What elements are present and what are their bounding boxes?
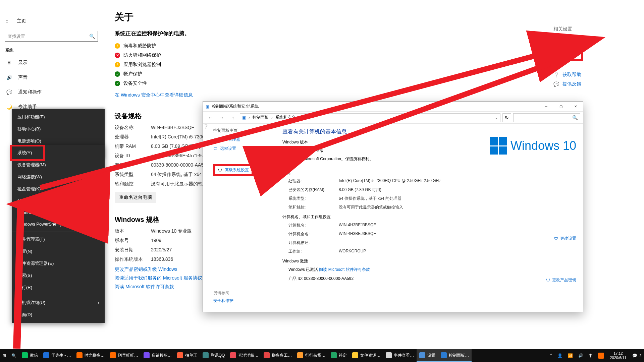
svg-line-2 <box>17 204 21 349</box>
start-button[interactable]: ⊞ <box>0 349 9 362</box>
app-label: 喜洋洋极… <box>238 353 258 358</box>
app-icon <box>419 352 425 358</box>
app-label: 于先生 - … <box>51 353 71 358</box>
app-label: 阿里旺旺… <box>118 353 138 358</box>
taskbar-app[interactable]: 文件资源… <box>350 349 383 362</box>
taskbar-app[interactable]: 喜洋洋极… <box>227 349 261 362</box>
page-title: 关于 <box>115 11 631 23</box>
taskbar-app[interactable]: 店铺授权… <box>141 349 174 362</box>
app-icon <box>386 352 392 358</box>
app-icon <box>230 352 236 358</box>
app-icon <box>331 352 337 358</box>
notify-icon: 💬 <box>6 89 12 95</box>
security-maintenance-link[interactable]: 安全和维护 <box>213 298 274 304</box>
app-icon <box>264 352 270 358</box>
chevron-right-icon: › <box>98 300 99 305</box>
spec-key: 版本号 <box>115 238 148 244</box>
notification-icon: 💬 <box>632 353 637 358</box>
bitlocker-link[interactable]: BitLocker 设置 <box>553 36 631 42</box>
tray-ime-icon[interactable]: 中 <box>586 349 595 362</box>
app-icon <box>110 352 116 358</box>
app-icon <box>352 352 358 358</box>
spec-value: WIN-4H3BEJ3BSQF <box>339 231 576 237</box>
taskbar-clock[interactable]: 17:12 2020/6/11 <box>607 351 630 360</box>
app-label: 时光拼多… <box>85 353 105 358</box>
taskbar-app[interactable]: 设置 <box>417 349 438 362</box>
app-icon <box>177 352 183 358</box>
system-tray: ˄ 👤 📶 🔊 中 17:12 2020/6/11 💬 2 <box>547 349 644 362</box>
tray-volume-icon[interactable]: 🔊 <box>576 349 586 362</box>
home-button[interactable]: ⌂ 主页 <box>0 15 108 27</box>
product-id-value: 00330-80000-00000-AA592 <box>304 276 354 281</box>
tray-wifi-icon[interactable]: 📶 <box>565 349 576 362</box>
home-icon: ⌂ <box>5 18 11 24</box>
app-label: 拼多多工… <box>272 353 292 358</box>
taskbar-app[interactable]: 拼多多工… <box>261 349 294 362</box>
tray-people-icon[interactable]: 👤 <box>555 349 565 362</box>
home-label: 主页 <box>17 18 26 24</box>
app-icon <box>76 352 83 358</box>
taskbar: ⊞ 🔍 微信于先生 - …时光拼多…阿里旺旺…店铺授权…拍单王腾讯QQ喜洋洋极…… <box>0 349 644 362</box>
license-terms-link[interactable]: 阅读 Microsoft 软件许可条款 <box>319 267 370 272</box>
shield-icon: 🛡 <box>554 236 559 241</box>
sound-icon: 🔊 <box>6 74 12 80</box>
taskbar-app[interactable]: 事件查看… <box>383 349 417 362</box>
annotation-arrow-2 <box>241 57 577 189</box>
spec-key: 工作组: <box>288 249 339 254</box>
shield-icon: 🛡 <box>546 278 551 283</box>
app-icon <box>43 352 49 358</box>
app-label: 微信 <box>30 353 38 358</box>
computer-name-header: 计算机名、域和工作组设置 <box>282 214 576 220</box>
app-icon <box>22 352 28 358</box>
app-icon <box>203 352 209 358</box>
change-product-key-link[interactable]: 🛡更改产品密钥 <box>546 277 576 283</box>
spec-key: 笔和触控: <box>288 204 339 210</box>
spec-value <box>339 240 576 246</box>
notification-center-button[interactable]: 💬 2 <box>630 349 644 362</box>
product-id-key: 产品 ID: <box>288 276 303 281</box>
spec-key: 操作系统版本 <box>115 256 148 262</box>
clock-date: 2020/6/11 <box>610 356 627 360</box>
taskbar-app[interactable]: 时光拼多… <box>74 349 107 362</box>
windows-icon: ⊞ <box>3 353 6 358</box>
app-label: 行行杂货… <box>305 353 325 358</box>
app-label: 文件资源… <box>360 353 380 358</box>
app-label: 控制面板… <box>449 353 469 358</box>
taskbar-app[interactable]: 行行杂货… <box>294 349 328 362</box>
app-label: 店铺授权… <box>152 353 172 358</box>
spec-value: 64 位操作系统，基于 x64 的处理器 <box>339 196 576 201</box>
see-also-header: 另请参阅 <box>213 290 274 296</box>
spec-value: WIN-4H3BEJ3BSQF <box>339 223 576 228</box>
app-icon <box>297 352 303 358</box>
app-label: 设置 <box>427 353 435 358</box>
annotation-arrow-3 <box>7 194 37 356</box>
spec-value: WORKGROUP <box>339 249 576 254</box>
spec-key: 计算机描述: <box>288 240 339 246</box>
taskbar-app[interactable]: 于先生 - … <box>41 349 74 362</box>
display-icon: 🖥 <box>6 60 12 66</box>
taskbar-app[interactable]: 腾讯QQ <box>200 349 228 362</box>
spec-key: 计算机全名: <box>288 231 339 237</box>
tray-chevron[interactable]: ˄ <box>547 349 555 362</box>
app-label: 事件查看… <box>394 353 414 358</box>
svg-line-1 <box>262 64 550 168</box>
spec-key: 计算机名: <box>288 223 339 228</box>
spec-key: 系统类型: <box>288 196 339 201</box>
taskbar-app[interactable]: 拍单王 <box>174 349 200 362</box>
spec-key: 安装日期 <box>115 247 148 253</box>
clock-time: 17:12 <box>610 351 627 356</box>
taskbar-app[interactable]: 符定 <box>328 349 350 362</box>
spec-key: 版本 <box>115 228 148 234</box>
taskbar-search-button[interactable]: 🔍 <box>9 349 19 362</box>
related-header: 相关设置 <box>553 26 631 32</box>
taskbar-app[interactable]: 微信 <box>19 349 41 362</box>
app-icon <box>144 352 150 358</box>
app-label: 拍单王 <box>185 353 197 358</box>
settings-search-input[interactable] <box>8 34 86 39</box>
change-settings-link[interactable]: 🛡更改设置 <box>554 236 576 241</box>
taskbar-app[interactable]: 控制面板… <box>438 349 472 362</box>
taskbar-app[interactable]: 阿里旺旺… <box>107 349 141 362</box>
app-label: 符定 <box>339 353 347 358</box>
search-icon: 🔍 <box>11 353 16 358</box>
tray-sogou-icon[interactable] <box>595 349 607 362</box>
